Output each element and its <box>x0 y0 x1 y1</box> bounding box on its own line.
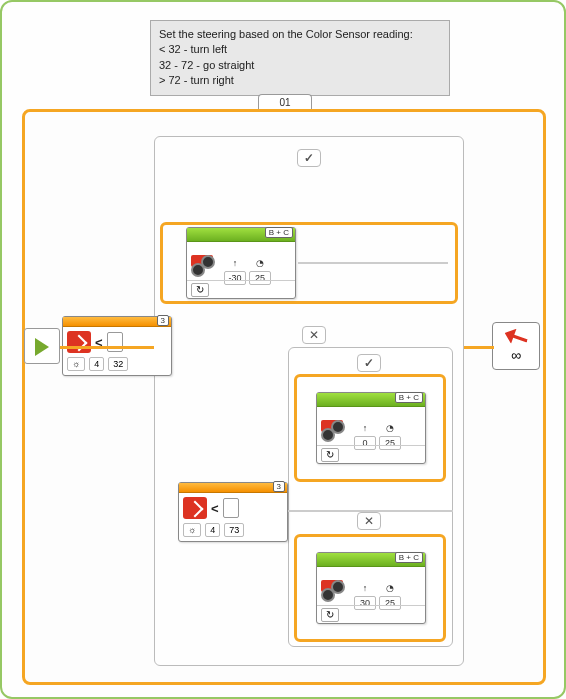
mode-selector-footer[interactable]: ☼ <box>183 523 201 537</box>
compare-operator-symbol: < <box>211 501 219 516</box>
motor-port-badge[interactable]: B + C <box>265 227 293 238</box>
switch-outer-case-true-tab[interactable]: ✓ <box>297 149 321 167</box>
move-block-header: B + C <box>317 553 425 567</box>
switch-inner-case-true-tab[interactable]: ✓ <box>357 354 381 372</box>
switch-compare-icon <box>183 497 207 519</box>
compare-header: 3 <box>63 317 171 327</box>
loop-mode-infinity-icon[interactable]: ∞ <box>511 347 521 363</box>
switch-inner-case-false-tab[interactable]: ✕ <box>357 512 381 530</box>
compare-type-value[interactable]: 4 <box>89 357 104 371</box>
compare-header: 3 <box>179 483 287 493</box>
mode-rotations-icon[interactable]: ↻ <box>321 448 339 462</box>
mode-rotations-icon[interactable]: ↻ <box>321 608 339 622</box>
comment-line3: > 72 - turn right <box>159 73 441 88</box>
compare-type-value[interactable]: 4 <box>205 523 220 537</box>
compare-threshold-value[interactable]: 73 <box>224 523 244 537</box>
sequence-wire <box>464 346 494 349</box>
move-block-header: B + C <box>317 393 425 407</box>
switch-compare-icon <box>67 331 91 353</box>
loop-end-block[interactable]: ∞ <box>492 322 540 370</box>
sequence-wire <box>60 346 154 349</box>
mode-rotations-icon[interactable]: ↻ <box>191 283 209 297</box>
sensor-port-badge[interactable]: 3 <box>273 481 285 492</box>
move-steering-block-3[interactable]: B + C ↑ 30 ◔ 25 ↻ <box>316 552 426 624</box>
move-steering-block-2[interactable]: B + C ↑ 0 ◔ 25 ↻ <box>316 392 426 464</box>
light-sensor-icon <box>107 332 123 352</box>
move-block-header: B + C <box>187 228 295 242</box>
sequence-wire <box>288 510 453 512</box>
steering-direction-icon: ↑ <box>224 255 246 271</box>
loop-name-tab[interactable]: 01 <box>258 94 312 110</box>
color-sensor-compare-block-2[interactable]: 3 < ☼ 4 73 <box>178 482 288 542</box>
motor-port-badge[interactable]: B + C <box>395 552 423 563</box>
comment-line1: < 32 - turn left <box>159 42 441 57</box>
move-steering-block-1[interactable]: B + C ↑ -30 ◔ 25 ↻ <box>186 227 296 299</box>
sequence-wire <box>298 262 448 264</box>
compare-threshold-value[interactable]: 32 <box>108 357 128 371</box>
switch-outer-case-false-tab[interactable]: ✕ <box>302 326 326 344</box>
power-gauge-icon: ◔ <box>379 580 401 596</box>
power-gauge-icon: ◔ <box>249 255 271 271</box>
motor-port-badge[interactable]: B + C <box>395 392 423 403</box>
light-sensor-icon <box>223 498 239 518</box>
sensor-port-badge[interactable]: 3 <box>157 315 169 326</box>
steering-direction-icon: ↑ <box>354 580 376 596</box>
comment-box: Set the steering based on the Color Sens… <box>150 20 450 96</box>
mode-selector-footer[interactable]: ☼ <box>67 357 85 371</box>
comment-line2: 32 - 72 - go straight <box>159 58 441 73</box>
start-play-block[interactable] <box>24 328 60 364</box>
steering-direction-icon: ↑ <box>354 420 376 436</box>
comment-title: Set the steering based on the Color Sens… <box>159 27 441 42</box>
power-gauge-icon: ◔ <box>379 420 401 436</box>
loop-back-arrow-icon <box>502 325 530 348</box>
